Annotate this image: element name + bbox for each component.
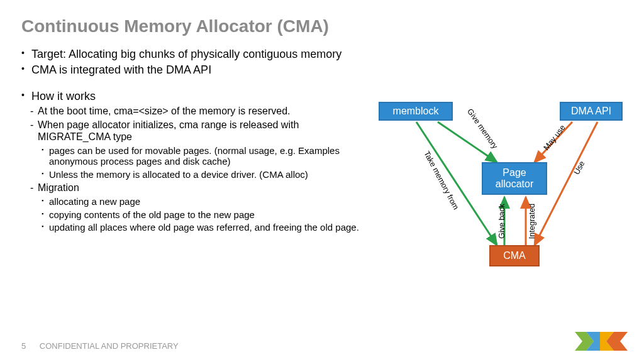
slide: Continuous Memory Allocator (CMA) Target… (0, 0, 644, 362)
sub2-bullet: Unless the memory is allocated to a devi… (42, 169, 374, 180)
node-page-allocator: Page allocator (482, 162, 547, 195)
sub2-bullet: updating all places where old page was r… (42, 222, 374, 233)
text-content: Target: Allocating big chunks of physica… (21, 48, 374, 233)
footer-text: CONFIDENTIAL AND PROPRIETARY (40, 341, 179, 351)
slide-title: Continuous Memory Allocator (CMA) (21, 16, 623, 36)
sub2-bullet: pages can be used for movable pages. (no… (42, 145, 374, 167)
page-number: 5 (21, 341, 26, 351)
footer: 5 CONFIDENTIAL AND PROPRIETARY (21, 341, 179, 351)
node-dma-api: DMA API (560, 102, 623, 121)
sub2-bullet: allocating a new page (42, 196, 374, 207)
sub-bullet: Migration (30, 182, 374, 194)
sub2-bullet: copying contents of the old page to the … (42, 209, 374, 220)
bullet: Target: Allocating big chunks of physica… (21, 48, 374, 61)
nxp-logo (575, 332, 628, 353)
node-cma: CMA (489, 245, 540, 266)
edge-label: Integrated (528, 204, 536, 239)
node-memblock: memblock (379, 102, 453, 121)
sub-bullet: At the boot time, cma=<size> of the memo… (30, 106, 374, 117)
sub-bullet: When page allocator initializes, cma ran… (30, 119, 374, 143)
bullet: How it works (21, 90, 374, 103)
edge-label: Give back (497, 204, 506, 239)
diagram: memblock DMA API Page allocator CMA Give… (371, 94, 629, 283)
bullet: CMA is integrated with the DMA API (21, 63, 374, 77)
